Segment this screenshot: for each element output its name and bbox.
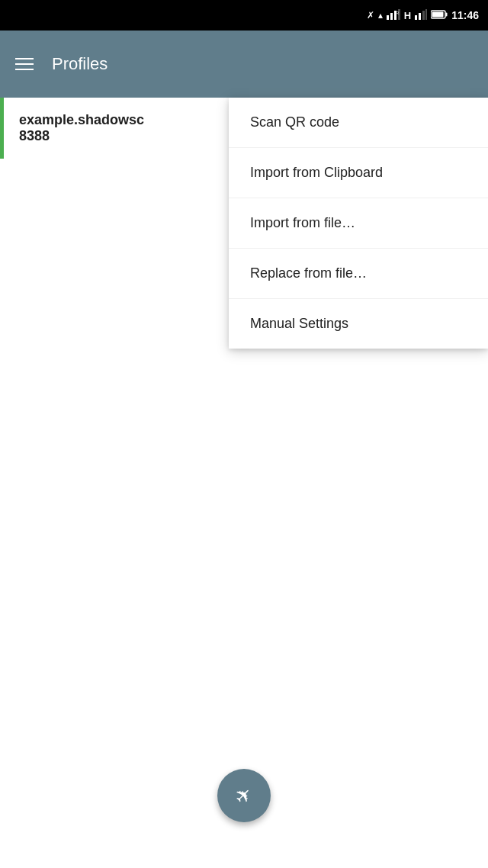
dropdown-menu: Scan QR code Import from Clipboard Impor…: [229, 98, 488, 349]
app-bar: Profiles: [0, 31, 488, 98]
bluetooth-icon: ✗: [367, 10, 374, 21]
status-icons: ✗ ▴ R H: [367, 9, 479, 22]
menu-item-replace-file[interactable]: Replace from file…: [229, 249, 488, 299]
svg-rect-7: [422, 11, 425, 20]
menu-item-import-clipboard[interactable]: Import from Clipboard: [229, 148, 488, 198]
menu-item-manual-settings[interactable]: Manual Settings: [229, 299, 488, 349]
svg-rect-0: [387, 15, 389, 20]
battery-icon: [431, 10, 448, 21]
svg-rect-10: [446, 12, 448, 16]
svg-rect-8: [425, 9, 427, 20]
app-title: Profiles: [52, 54, 108, 74]
page-wrapper: ✗ ▴ R H: [0, 0, 488, 868]
svg-rect-6: [419, 13, 421, 20]
svg-rect-11: [432, 11, 444, 17]
wifi-icon: ▴: [378, 10, 383, 21]
menu-item-scan-qr[interactable]: Scan QR code: [229, 98, 488, 148]
svg-rect-5: [415, 15, 417, 20]
svg-text:R: R: [396, 11, 400, 15]
h-icon: H: [404, 10, 411, 21]
clock: 11:46: [451, 9, 479, 21]
signal2-icon: [415, 9, 427, 22]
main-content: example.shadowsc 8388 Scan QR code Impor…: [0, 98, 488, 868]
hamburger-menu-button[interactable]: [15, 58, 34, 70]
menu-item-import-file[interactable]: Import from file…: [229, 198, 488, 249]
status-bar: ✗ ▴ R H: [0, 0, 488, 31]
signal-r-icon: R: [387, 9, 400, 22]
svg-rect-1: [390, 13, 393, 20]
